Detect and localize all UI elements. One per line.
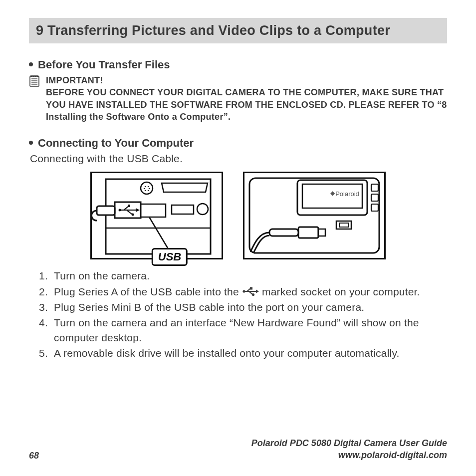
svg-point-48 [252,293,254,296]
svg-point-15 [145,190,146,191]
step-text-a: Plug Series A of the USB cable into the [54,286,242,297]
svg-point-5 [31,75,32,77]
section-before-transfer: Before You Transfer Files [29,58,447,71]
usb-callout-label: USB [152,248,188,266]
bullet-icon [29,141,33,145]
important-note: IMPORTANT! BEFORE YOU CONNECT YOUR DIGIT… [29,74,447,123]
step-text-b: marked socket on your computer. [259,286,420,297]
svg-text:◆: ◆ [330,190,335,197]
svg-marker-49 [256,290,259,293]
chapter-title: 9 Transferring Pictures and Video Clips … [29,18,447,43]
svg-point-17 [197,204,208,215]
svg-rect-19 [172,205,194,214]
footer-url: www.polaroid-digital.com [251,450,447,461]
step-item: Turn on the camera and an interface “New… [51,315,447,345]
section-connecting: Connecting to Your Computer [29,137,447,150]
manual-page: 9 Transferring Pictures and Video Clips … [0,0,476,476]
svg-point-14 [149,188,150,189]
svg-point-16 [148,190,149,191]
page-footer: 68 Polaroid PDC 5080 Digital Camera User… [29,438,447,461]
section-sub-line: Connecting with the USB Cable. [30,153,447,165]
svg-point-8 [37,75,38,77]
footer-right: Polaroid PDC 5080 Digital Camera User Gu… [251,438,447,461]
step-item: A removable disk drive will be installed… [51,346,447,360]
page-number: 68 [29,451,39,461]
svg-rect-35 [371,184,378,191]
section-heading-text: Connecting to Your Computer [38,137,194,149]
notepad-icon [29,74,40,87]
svg-point-6 [33,75,34,77]
svg-rect-42 [269,229,298,236]
svg-rect-28 [97,206,115,215]
svg-rect-46 [250,287,252,290]
figures-row: USB ◆ Polaroid [29,172,447,259]
footer-guide-title: Polaroid PDC 5080 Digital Camera User Gu… [251,438,447,449]
steps-list: Turn on the camera. Plug Series A of the… [29,268,447,360]
important-text: IMPORTANT! BEFORE YOU CONNECT YOUR DIGIT… [46,74,447,123]
svg-point-10 [141,182,153,194]
step-item: Turn on the camera. [51,268,447,283]
figure-computer-usb: USB [90,172,223,259]
svg-rect-41 [318,229,325,236]
step-item: Plug Series Mini B of the USB cable into… [51,300,447,314]
svg-rect-24 [128,205,130,207]
svg-rect-37 [371,204,378,211]
important-body: BEFORE YOU CONNECT YOUR DIGITAL CAMERA T… [46,86,447,123]
usb-icon [242,287,259,296]
svg-point-11 [145,186,146,187]
svg-rect-40 [298,227,318,238]
section-heading-text: Before You Transfer Files [38,58,170,71]
svg-point-13 [144,188,145,189]
figure-camera-usb: ◆ Polaroid [243,172,386,259]
svg-rect-39 [339,223,348,227]
step-item: Plug Series A of the USB cable into the … [51,284,447,299]
brand-label: Polaroid [335,190,359,198]
svg-point-12 [148,186,149,187]
important-label: IMPORTANT! [46,74,447,86]
svg-point-7 [35,75,36,77]
svg-point-26 [132,214,134,216]
svg-rect-36 [371,194,378,201]
bullet-icon [29,62,33,66]
